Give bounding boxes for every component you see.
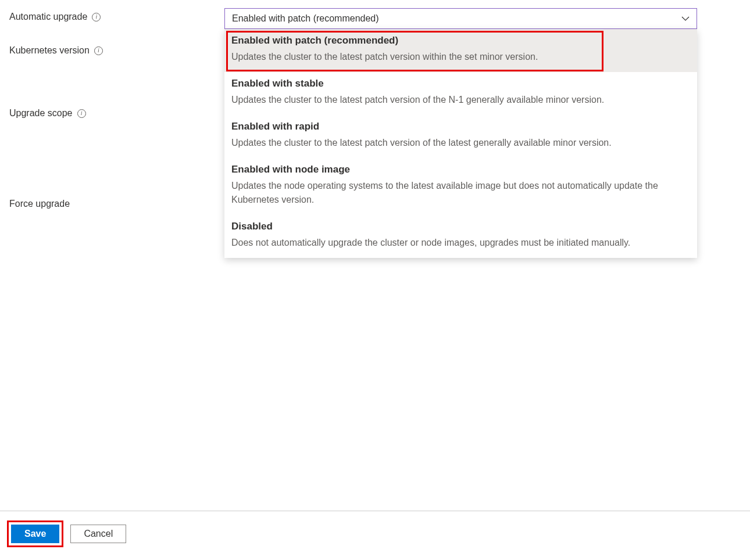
select-value: Enabled with patch (recommended) <box>232 13 379 24</box>
footer-bar: Save Cancel <box>0 511 750 560</box>
force-upgrade-label: Force upgrade <box>9 199 224 209</box>
label-text: Automatic upgrade <box>9 12 87 22</box>
option-enabled-with-patch[interactable]: Enabled with patch (recommended) Updates… <box>224 29 697 72</box>
option-disabled[interactable]: Disabled Does not automatically upgrade … <box>224 215 697 258</box>
highlight-box: Save <box>7 520 63 547</box>
label-text: Upgrade scope <box>9 108 73 119</box>
option-desc: Updates the cluster to the latest patch … <box>231 50 690 64</box>
chevron-down-icon <box>680 13 691 24</box>
option-desc: Updates the node operating systems to th… <box>231 179 690 207</box>
option-desc: Updates the cluster to the latest patch … <box>231 136 690 150</box>
automatic-upgrade-select[interactable]: Enabled with patch (recommended) <box>224 8 697 29</box>
option-title: Enabled with stable <box>231 78 690 89</box>
option-title: Enabled with rapid <box>231 121 690 132</box>
info-icon[interactable]: i <box>77 109 86 118</box>
option-enabled-with-rapid[interactable]: Enabled with rapid Updates the cluster t… <box>224 115 697 158</box>
automatic-upgrade-label: Automatic upgrade i <box>9 8 224 22</box>
info-icon[interactable]: i <box>92 13 101 21</box>
label-text: Kubernetes version <box>9 45 90 56</box>
option-title: Disabled <box>231 221 690 232</box>
automatic-upgrade-dropdown: Enabled with patch (recommended) Updates… <box>224 29 697 258</box>
option-title: Enabled with node image <box>231 164 690 175</box>
cancel-button[interactable]: Cancel <box>70 525 126 543</box>
option-title: Enabled with patch (recommended) <box>231 35 690 46</box>
upgrade-scope-label: Upgrade scope i <box>9 108 224 119</box>
kubernetes-version-label: Kubernetes version i <box>9 45 224 56</box>
option-enabled-with-stable[interactable]: Enabled with stable Updates the cluster … <box>224 72 697 115</box>
option-desc: Updates the cluster to the latest patch … <box>231 93 690 107</box>
info-icon[interactable]: i <box>94 46 103 55</box>
label-text: Force upgrade <box>9 199 70 209</box>
option-enabled-with-node-image[interactable]: Enabled with node image Updates the node… <box>224 158 697 215</box>
option-desc: Does not automatically upgrade the clust… <box>231 236 690 250</box>
save-button[interactable]: Save <box>11 525 59 543</box>
